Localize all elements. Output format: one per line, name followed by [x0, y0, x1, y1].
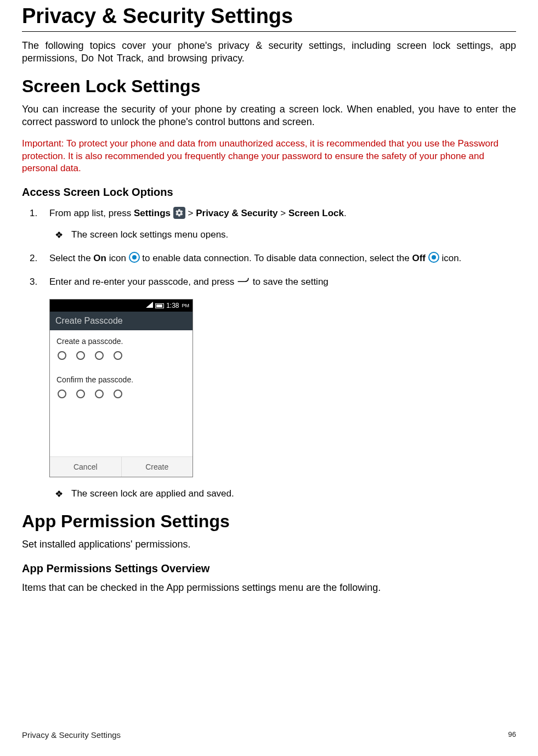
create-passcode-label: Create a passcode.: [56, 337, 186, 346]
step3-text-b: to save the setting: [253, 277, 329, 287]
screen-lock-heading: Screen Lock Settings: [22, 76, 516, 97]
step1-gt2: >: [278, 208, 288, 218]
step1-privacy-word: Privacy & Security: [196, 208, 278, 218]
radio-off-icon: [428, 252, 439, 263]
footer-section: Privacy & Security Settings: [22, 730, 121, 740]
important-text: : To protect your phone and data from un…: [22, 138, 499, 174]
step2-off-word: Off: [412, 253, 426, 263]
step1-gt1: >: [188, 208, 196, 218]
settings-icon: [173, 207, 185, 219]
step2-text-b: icon: [106, 253, 129, 263]
passcode-dot[interactable]: [95, 390, 104, 398]
bullet-2: ❖ The screen lock are applied and saved.: [71, 487, 516, 500]
passcode-dot[interactable]: [58, 390, 66, 398]
bullet1-text: The screen lock settings menu opens.: [71, 229, 228, 240]
step1-text-a: From app list, press: [49, 208, 134, 218]
step-3: 3. Enter and re-enter your passcode, and…: [49, 275, 516, 289]
step2-text-c: to enable data connection. To disable da…: [142, 253, 412, 263]
step1-screenlock-word: Screen Lock: [288, 208, 344, 218]
diamond-bullet-icon: ❖: [55, 229, 63, 242]
passcode-dot[interactable]: [114, 351, 122, 360]
important-note: Important: To protect your phone and dat…: [22, 138, 516, 176]
bullet2-text: The screen lock are applied and saved.: [71, 488, 234, 499]
important-label: Important: [22, 138, 61, 149]
step2-text-a: Select the: [49, 253, 93, 263]
back-arrow-icon: [237, 274, 250, 289]
page-title: Privacy & Security Settings: [22, 4, 516, 32]
app-permission-overview-heading: App Permissions Settings Overview: [22, 562, 516, 575]
passcode-dot[interactable]: [58, 351, 66, 360]
passcode-dots-1[interactable]: [56, 351, 186, 360]
step-1: 1. From app list, press Settings > Priva…: [49, 206, 516, 241]
phone-screenshot: 1:38PM Create Passcode Create a passcode…: [49, 299, 193, 477]
diamond-bullet-icon: ❖: [55, 488, 63, 501]
signal-icon: [146, 302, 153, 309]
radio-on-icon: [129, 252, 140, 263]
page-footer: Privacy & Security Settings 96: [22, 730, 516, 740]
access-heading: Access Screen Lock Options: [22, 186, 516, 199]
app-permission-heading: App Permission Settings: [22, 511, 516, 532]
step1-period: .: [344, 208, 347, 218]
confirm-passcode-label: Confirm the passcode.: [56, 375, 186, 384]
intro-paragraph: The following topics cover your phone's …: [22, 40, 516, 65]
status-time: 1:38: [166, 302, 179, 309]
app-permission-overview-body: Items that can be checked in the App per…: [22, 582, 516, 594]
battery-icon: [155, 303, 164, 308]
screen-lock-body: You can increase the security of your ph…: [22, 103, 516, 129]
passcode-dots-2[interactable]: [56, 390, 186, 398]
step2-text-d: icon.: [441, 253, 461, 263]
passcode-dot[interactable]: [76, 390, 85, 398]
step1-settings-word: Settings: [134, 208, 171, 218]
step-2: 2. Select the On icon to enable data con…: [49, 251, 516, 266]
passcode-dot[interactable]: [76, 351, 85, 360]
footer-page-number: 96: [508, 730, 516, 740]
create-button[interactable]: Create: [122, 457, 193, 477]
phone-status-bar: 1:38PM: [50, 300, 192, 312]
phone-header: Create Passcode: [50, 312, 192, 330]
app-permission-body: Set installed applications' permissions.: [22, 538, 516, 551]
passcode-dot[interactable]: [114, 390, 122, 398]
step3-text-a: Enter and re-enter your passcode, and pr…: [49, 277, 237, 287]
passcode-dot[interactable]: [95, 351, 104, 360]
status-ampm: PM: [182, 303, 190, 308]
step2-on-word: On: [93, 253, 106, 263]
bullet-1: ❖ The screen lock settings menu opens.: [71, 228, 516, 241]
cancel-button[interactable]: Cancel: [50, 457, 122, 477]
